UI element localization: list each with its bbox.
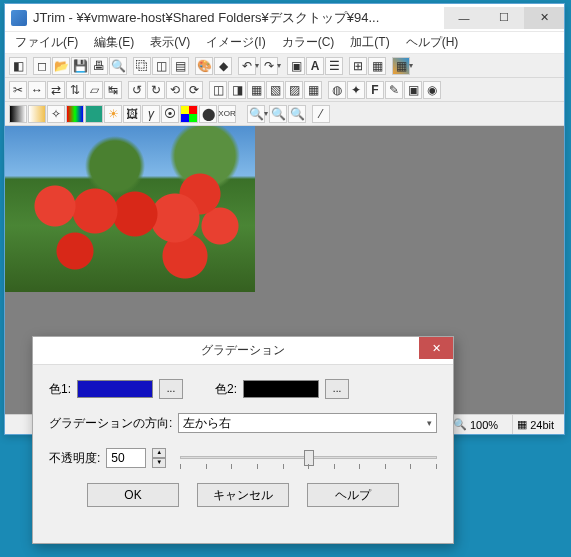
curves-icon[interactable]: ⦿ <box>161 105 179 123</box>
effect-4-icon[interactable]: ▧ <box>266 81 284 99</box>
gradient-2-icon[interactable] <box>28 105 46 123</box>
grid-icon[interactable]: ⊞ <box>349 57 367 75</box>
paste-icon[interactable]: ▤ <box>171 57 189 75</box>
effect-f-icon[interactable]: F <box>366 81 384 99</box>
gradient-dialog: グラデーション ✕ 色1: ... 色2: ... グラデーションの方向: 左か… <box>32 336 454 544</box>
zoom-in-icon[interactable]: 🔍 <box>269 105 287 123</box>
titlebar: JTrim - ¥¥vmware-host¥Shared Folders¥デスク… <box>5 4 564 32</box>
pencil-icon[interactable]: ✎ <box>385 81 403 99</box>
cancel-button[interactable]: キャンセル <box>197 483 289 507</box>
maximize-button[interactable]: ☐ <box>484 7 524 29</box>
gradient-1-icon[interactable] <box>9 105 27 123</box>
menu-edit[interactable]: 編集(E) <box>88 32 140 53</box>
direction-label: グラデーションの方向: <box>49 415 172 432</box>
opacity-label: 不透明度: <box>49 450 100 467</box>
app-icon <box>11 10 27 26</box>
window-title: JTrim - ¥¥vmware-host¥Shared Folders¥デスク… <box>33 9 444 27</box>
help-button[interactable]: ヘルプ <box>307 483 399 507</box>
effect-1-icon[interactable]: ◫ <box>209 81 227 99</box>
color1-swatch[interactable] <box>77 380 153 398</box>
opacity-spin-up[interactable]: ▲ <box>152 448 166 458</box>
color2-label: 色2: <box>215 381 237 398</box>
color2-swatch[interactable] <box>243 380 319 398</box>
sharpen-icon[interactable]: ✦ <box>347 81 365 99</box>
frame-icon[interactable]: ▣ <box>287 57 305 75</box>
print-icon[interactable]: 🖶 <box>90 57 108 75</box>
mirror-icon[interactable]: ↹ <box>104 81 122 99</box>
opacity-slider[interactable] <box>180 447 437 469</box>
zoom-fit-icon[interactable]: 🔍 <box>247 105 265 123</box>
cut-icon[interactable]: ◫ <box>152 57 170 75</box>
image-content <box>5 126 255 292</box>
balance-icon[interactable]: ⬤ <box>199 105 217 123</box>
zoom-icon: 🔍 <box>453 418 467 431</box>
dialog-titlebar: グラデーション ✕ <box>33 337 453 365</box>
rotate-90-icon[interactable]: ⟲ <box>166 81 184 99</box>
opacity-spin-down[interactable]: ▼ <box>152 458 166 468</box>
checker-icon[interactable] <box>180 105 198 123</box>
rotate-ccw-icon[interactable]: ↺ <box>128 81 146 99</box>
save-icon[interactable]: 💾 <box>71 57 89 75</box>
status-depth: ▦24bit <box>512 415 558 434</box>
direction-combo[interactable]: 左から右 ▾ <box>178 413 437 433</box>
stamp-icon[interactable]: ▣ <box>404 81 422 99</box>
close-button[interactable]: ✕ <box>524 7 564 29</box>
zoom-out-icon[interactable]: 🔍 <box>288 105 306 123</box>
menu-help[interactable]: ヘルプ(H) <box>400 32 465 53</box>
effect-3-icon[interactable]: ▦ <box>247 81 265 99</box>
gamma-icon[interactable]: γ <box>142 105 160 123</box>
shade-icon[interactable]: ☰ <box>325 57 343 75</box>
skew-icon[interactable]: ▱ <box>85 81 103 99</box>
minimize-button[interactable]: — <box>444 7 484 29</box>
menu-color[interactable]: カラー(C) <box>276 32 341 53</box>
chevron-down-icon: ▾ <box>427 418 432 428</box>
film-icon[interactable]: ▦ <box>368 57 386 75</box>
spiral-icon[interactable]: ◉ <box>423 81 441 99</box>
ok-button[interactable]: OK <box>87 483 179 507</box>
status-zoom: 🔍100% <box>448 415 502 434</box>
depth-icon: ▦ <box>517 418 527 431</box>
menu-file[interactable]: ファイル(F) <box>9 32 84 53</box>
opacity-input[interactable]: 50 <box>106 448 146 468</box>
redo-icon[interactable]: ↷ <box>260 57 278 75</box>
menu-image[interactable]: イメージ(I) <box>200 32 271 53</box>
swatch-icon[interactable] <box>85 105 103 123</box>
resize-icon[interactable]: ↔ <box>28 81 46 99</box>
fill-icon[interactable]: ◆ <box>214 57 232 75</box>
eyedropper-icon[interactable]: ⁄ <box>312 105 330 123</box>
copy-icon[interactable]: ⿻ <box>133 57 151 75</box>
dialog-close-button[interactable]: ✕ <box>419 337 453 359</box>
crop-icon[interactable]: ✂ <box>9 81 27 99</box>
dialog-title: グラデーション <box>201 342 285 359</box>
menu-view[interactable]: 表示(V) <box>144 32 196 53</box>
xor-icon[interactable]: XOR <box>218 105 236 123</box>
toolbar-row-1: ◧ ◻ 📂 💾 🖶 🔍 ⿻ ◫ ▤ 🎨 ◆ ↶▾ ↷▾ ▣ A ☰ ⊞ ▦ ▦▾ <box>5 54 564 78</box>
flip-v-icon[interactable]: ⇅ <box>66 81 84 99</box>
menubar: ファイル(F) 編集(E) 表示(V) イメージ(I) カラー(C) 加工(T)… <box>5 32 564 54</box>
tool-icon[interactable]: ◧ <box>9 57 27 75</box>
paint-icon[interactable]: 🎨 <box>195 57 213 75</box>
rotate-free-icon[interactable]: ⟳ <box>185 81 203 99</box>
preview-icon[interactable]: 🔍 <box>109 57 127 75</box>
effect-6-icon[interactable]: ▦ <box>304 81 322 99</box>
grid2-icon[interactable]: ▦ <box>392 57 410 75</box>
new-icon[interactable]: ◻ <box>33 57 51 75</box>
photo-icon[interactable]: 🖼 <box>123 105 141 123</box>
undo-icon[interactable]: ↶ <box>238 57 256 75</box>
rotate-cw-icon[interactable]: ↻ <box>147 81 165 99</box>
color2-pick-button[interactable]: ... <box>325 379 349 399</box>
sparkle-icon[interactable]: ✧ <box>47 105 65 123</box>
open-icon[interactable]: 📂 <box>52 57 70 75</box>
color1-label: 色1: <box>49 381 71 398</box>
direction-value: 左から右 <box>183 415 231 432</box>
menu-process[interactable]: 加工(T) <box>344 32 395 53</box>
color1-pick-button[interactable]: ... <box>159 379 183 399</box>
blur-icon[interactable]: ◍ <box>328 81 346 99</box>
flip-h-icon[interactable]: ⇄ <box>47 81 65 99</box>
toolbar-row-3: ✧ ☀ 🖼 γ ⦿ ⬤ XOR 🔍▾ 🔍 🔍 ⁄ <box>5 102 564 126</box>
effect-2-icon[interactable]: ◨ <box>228 81 246 99</box>
text-icon[interactable]: A <box>306 57 324 75</box>
sun-icon[interactable]: ☀ <box>104 105 122 123</box>
effect-5-icon[interactable]: ▨ <box>285 81 303 99</box>
rgb-icon[interactable] <box>66 105 84 123</box>
